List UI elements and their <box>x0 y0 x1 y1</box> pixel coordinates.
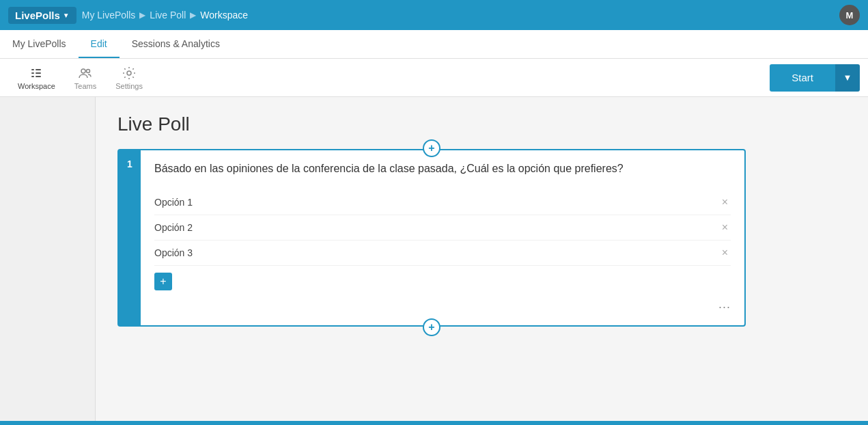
toolbar-settings-label: Settings <box>115 82 143 90</box>
breadcrumb-live-poll[interactable]: Live Poll <box>150 10 186 20</box>
more-options-button[interactable]: ··· <box>718 300 731 314</box>
content-area: Live Poll + 1 Básado en las opiniones de… <box>96 97 868 425</box>
breadcrumb-current: Workspace <box>200 10 248 20</box>
plus-icon-option: + <box>160 275 166 288</box>
option-label-1: Opción 1 <box>154 197 719 208</box>
poll-container: + 1 Básado en las opiniones de la confer… <box>117 149 746 327</box>
svg-rect-5 <box>36 76 41 77</box>
main-layout: Live Poll + 1 Básado en las opiniones de… <box>0 97 868 425</box>
brand-caret: ▼ <box>63 12 70 19</box>
brand-button[interactable]: LivePolls ▼ <box>8 7 76 24</box>
nav-sessions-analytics[interactable]: Sessions & Analytics <box>120 30 232 58</box>
toolbar-workspace[interactable]: Workspace <box>8 61 65 94</box>
breadcrumb: My LivePolls ▶ Live Poll ▶ Workspace <box>82 10 248 20</box>
toolbar-teams[interactable]: Teams <box>65 61 106 94</box>
svg-point-6 <box>81 69 85 73</box>
add-option-button[interactable]: + <box>154 273 172 290</box>
svg-point-8 <box>127 71 131 75</box>
remove-option-3-button[interactable]: × <box>719 246 731 260</box>
toolbar-workspace-label: Workspace <box>18 82 55 90</box>
add-item-above-button[interactable]: + <box>423 139 440 157</box>
list-icon <box>29 66 44 81</box>
top-bar: LivePolls ▼ My LivePolls ▶ Live Poll ▶ W… <box>0 0 868 30</box>
plus-icon-bottom: + <box>428 321 434 333</box>
sidebar <box>0 97 96 425</box>
start-button-group: Start ▼ <box>770 64 860 92</box>
toolbar: Workspace Teams Settings Start ▼ <box>0 59 868 97</box>
breadcrumb-my-livepolls[interactable]: My LivePolls <box>82 10 136 20</box>
nav-my-livepolls[interactable]: My LivePolls <box>0 30 79 58</box>
poll-card: 1 Básado en las opiniones de la conferen… <box>117 149 746 327</box>
chevron-down-icon: ▼ <box>843 72 852 83</box>
remove-option-1-button[interactable]: × <box>719 195 731 209</box>
plus-icon-top: + <box>428 142 434 154</box>
breadcrumb-sep-2: ▶ <box>190 10 196 20</box>
toolbar-settings[interactable]: Settings <box>106 61 152 94</box>
card-number: 1 <box>119 150 141 325</box>
toolbar-teams-label: Teams <box>74 82 96 90</box>
svg-point-7 <box>87 69 90 72</box>
teams-icon <box>78 66 93 81</box>
brand-name: LivePolls <box>15 10 60 21</box>
svg-rect-3 <box>36 72 41 74</box>
option-label-3: Opción 3 <box>154 247 719 258</box>
option-row-3: Opción 3 × <box>154 241 731 266</box>
svg-rect-2 <box>31 72 34 74</box>
start-button[interactable]: Start <box>770 64 835 92</box>
option-label-2: Opción 2 <box>154 222 719 233</box>
svg-rect-0 <box>31 69 34 70</box>
secondary-nav: My LivePolls Edit Sessions & Analytics <box>0 30 868 59</box>
option-row-2: Opción 2 × <box>154 215 731 241</box>
add-item-below-button[interactable]: + <box>423 318 440 336</box>
settings-icon <box>122 66 137 81</box>
avatar[interactable]: M <box>839 5 860 25</box>
remove-option-2-button[interactable]: × <box>719 221 731 234</box>
breadcrumb-sep-1: ▶ <box>139 10 145 20</box>
nav-edit[interactable]: Edit <box>79 30 120 58</box>
avatar-initial: M <box>846 10 854 20</box>
question-text: Básado en las opiniones de la conferenci… <box>154 161 731 176</box>
page-title: Live Poll <box>117 113 846 135</box>
card-footer: ··· <box>154 293 731 314</box>
card-body: Básado en las opiniones de la conferenci… <box>141 150 744 325</box>
svg-rect-4 <box>31 76 34 77</box>
bottom-bar <box>0 421 868 425</box>
option-row-1: Opción 1 × <box>154 190 731 215</box>
start-dropdown-button[interactable]: ▼ <box>835 64 860 92</box>
svg-rect-1 <box>36 69 41 70</box>
